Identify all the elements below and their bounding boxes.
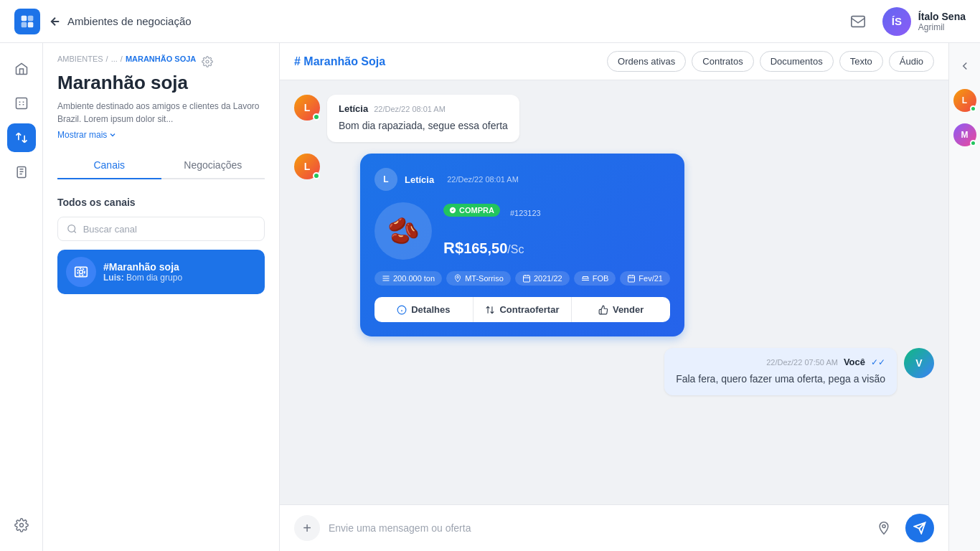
offer-tag-quantity: 200.000 ton [374,271,442,286]
offer-actions: Detalhes Contraofertar Vender [374,297,670,322]
chat-header: # Maranhão Soja Ordens ativas Contratos … [280,43,948,80]
filter-documentos[interactable]: Documentos [760,51,834,72]
outgoing-bubble: 22/Dez/22 07:50 AM Você ✓✓ Fala fera, qu… [664,348,897,395]
message-text: Bom dia rapaziada, segue essa oferta [339,118,508,133]
svg-rect-3 [28,22,34,27]
filter-buttons: Ordens ativas Contratos Documentos Texto… [607,51,934,72]
message-input[interactable] [329,522,862,534]
vender-button[interactable]: Vender [571,297,670,322]
sidebar-icons [0,43,43,551]
right-panel-avatar-2[interactable]: M [953,123,976,146]
sidebar-item-clipboard[interactable] [7,158,36,187]
user-info: Ítalo Sena Agrimil [918,11,966,32]
svg-rect-14 [523,276,529,282]
back-button[interactable]: Ambientes de negociação [49,15,192,28]
mail-button[interactable] [845,9,871,34]
messages-container: L Letícia 22/Dez/22 08:01 AM Bom dia rap… [280,80,948,504]
add-button[interactable]: + [294,515,320,541]
panel-title: Maranhão soja [57,72,265,94]
channel-last-message: Luis: Bom dia grupo [103,273,256,283]
sidebar-item-building[interactable] [7,89,36,118]
svg-rect-1 [28,15,34,21]
settings-icon[interactable] [202,56,213,70]
message-bubble: Letícia 22/Dez/22 08:01 AM Bom dia rapaz… [327,95,519,142]
outgoing-text: Fala fera, quero fazer uma oferta, pega … [676,372,885,387]
chat-area: # Maranhão Soja Ordens ativas Contratos … [280,43,948,551]
topbar: Ambientes de negociação ÍS Ítalo Sena Ag… [0,0,980,43]
filter-contratos[interactable]: Contratos [692,51,753,72]
offer-body: 🫘 COMPRA #123123 R$165,50/Sc [374,202,670,260]
svg-point-10 [80,270,83,274]
chat-input-area: + [280,504,948,551]
filter-texto[interactable]: Texto [839,51,883,72]
channels-title: Todos os canais [57,197,265,208]
pin-button[interactable] [871,515,897,541]
avatar-leticia-offer: L [294,154,320,179]
svg-point-9 [68,225,75,232]
panel-tabs: Canais Negociações [57,152,265,179]
svg-rect-4 [852,16,864,27]
user-company: Agrimil [918,22,966,32]
offer-message: L L Letícia 22/Dez/22 08:01 AM 🫘 [294,154,934,336]
sidebar-item-settings[interactable] [7,511,36,540]
detalhes-button[interactable]: Detalhes [374,297,473,322]
avatar-voce: V [904,348,934,378]
message-sender: Letícia [339,103,368,114]
message-leticia-1: L Letícia 22/Dez/22 08:01 AM Bom dia rap… [294,95,742,142]
user-name: Ítalo Sena [918,11,966,22]
channel-item-maranhaosoja[interactable]: #Maranhão soja Luis: Bom dia grupo [57,250,265,294]
svg-point-8 [206,60,209,63]
offer-id: #123123 [510,209,541,217]
offer-badge-row: COMPRA #123123 [443,204,670,222]
offer-sender-avatar: L [374,168,397,191]
svg-rect-2 [22,22,27,27]
chat-title: # Maranhão Soja [294,55,385,68]
right-panel-avatar-1[interactable]: L [953,89,976,112]
message-time: 22/Dez/22 08:01 AM [374,105,446,113]
channel-name: #Maranhão soja [103,261,256,273]
svg-rect-15 [628,276,635,282]
channel-info: #Maranhão soja Luis: Bom dia grupo [103,261,256,283]
contraofertar-button[interactable]: Contraofertar [473,297,572,322]
outgoing-sender: Você [844,357,865,367]
show-more-button[interactable]: Mostrar mais [57,130,117,140]
avatar-leticia: L [294,95,320,121]
read-ticks: ✓✓ [871,357,885,367]
outgoing-header: 22/Dez/22 07:50 AM Você ✓✓ [676,357,885,367]
svg-point-13 [457,276,459,278]
message-outgoing: 22/Dez/22 07:50 AM Você ✓✓ Fala fera, qu… [664,348,934,395]
offer-tag-location: MT-Sorriso [446,271,511,286]
main-layout: AMBIENTES / ... / MARANHÃO SOJA Maranhão… [0,43,980,551]
panel-description: Ambiente destinado aos amigos e clientes… [57,100,265,126]
offer-header: L Letícia 22/Dez/22 08:01 AM [374,168,670,191]
offer-tag-year: 2021/22 [515,271,570,286]
online-indicator [313,113,320,121]
tab-negociacoes[interactable]: Negociações [161,152,265,179]
tab-canais[interactable]: Canais [57,152,161,179]
search-icon [67,223,77,235]
svg-rect-0 [22,15,27,21]
online-dot [970,105,976,112]
svg-rect-5 [16,98,27,109]
send-button[interactable] [905,514,934,542]
offer-time: 22/Dez/22 08:01 AM [447,175,519,184]
filter-ordens-ativas[interactable]: Ordens ativas [607,51,686,72]
offer-price: R$165,50/Sc [443,228,670,258]
svg-rect-6 [17,167,26,178]
online-dot [970,140,976,146]
user-profile[interactable]: ÍS Ítalo Sena Agrimil [882,7,966,36]
channel-icon [66,257,96,287]
search-input[interactable] [83,224,255,235]
breadcrumb: AMBIENTES / ... / MARANHÃO SOJA [57,55,196,63]
sidebar-item-home[interactable] [7,55,36,83]
offer-tag-date: Fev/21 [620,271,670,286]
app-logo [14,9,40,34]
filter-audio[interactable]: Áudio [889,51,934,72]
offer-sender-name: Letícia [405,174,434,185]
left-panel: AMBIENTES / ... / MARANHÃO SOJA Maranhão… [43,43,280,551]
product-image: 🫘 [374,202,432,260]
sidebar-item-exchange[interactable] [7,123,36,152]
svg-point-7 [19,524,23,527]
offer-tag-fob: FOB [574,271,616,286]
collapse-button[interactable] [953,55,976,77]
